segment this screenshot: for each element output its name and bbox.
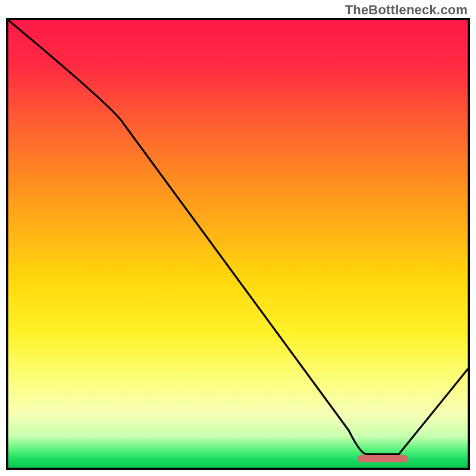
optimal-range-marker bbox=[358, 455, 408, 462]
attribution-text: TheBottleneck.com bbox=[345, 2, 468, 18]
chart-frame bbox=[6, 18, 470, 470]
bottleneck-curve bbox=[8, 20, 468, 468]
